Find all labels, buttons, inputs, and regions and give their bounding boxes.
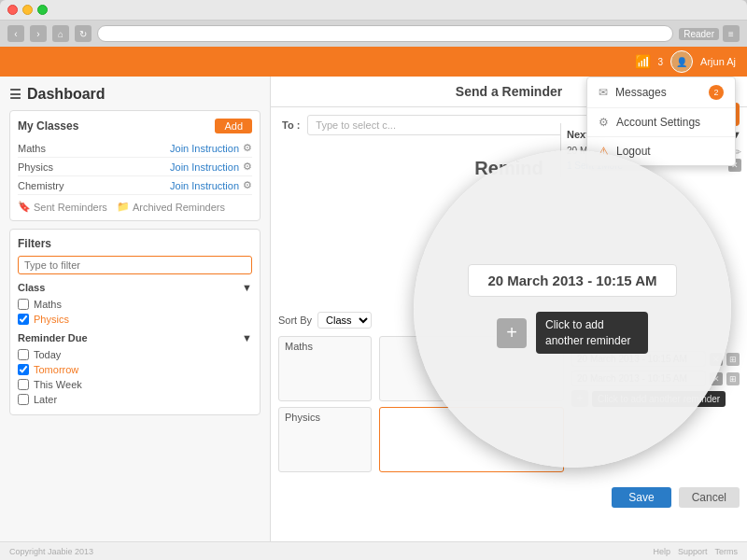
- browser-menu[interactable]: ≡: [723, 25, 740, 42]
- support-link[interactable]: Support: [678, 547, 708, 556]
- top-nav-right: 📶 3 👤 Arjun Aj: [635, 50, 736, 73]
- list-item[interactable]: Tomorrow: [18, 362, 252, 377]
- terms-link[interactable]: Terms: [715, 547, 739, 556]
- message-icon: ✉: [599, 86, 608, 99]
- top-nav: 📶 3 👤 Arjun Aj: [0, 47, 747, 77]
- footer: Copyright Jaabie 2013 Help Support Terms: [0, 541, 747, 560]
- modal-add-reminder-button[interactable]: +: [497, 318, 527, 348]
- bookmark-icon: 🔖: [18, 201, 31, 213]
- address-bar[interactable]: [97, 25, 673, 42]
- gear-icon[interactable]: ⚙: [243, 161, 252, 173]
- maths-checkbox[interactable]: [18, 299, 29, 310]
- today-checkbox[interactable]: [18, 349, 29, 360]
- wifi-icon: 📶: [635, 54, 651, 69]
- list-item[interactable]: Physics: [18, 312, 252, 327]
- user-avatar[interactable]: 👤: [670, 50, 693, 73]
- hamburger-icon[interactable]: ☰: [9, 87, 21, 102]
- reader-button[interactable]: Reader: [679, 28, 719, 40]
- class-name: Chemistry: [18, 180, 64, 191]
- list-item[interactable]: Later: [18, 392, 252, 407]
- dropdown-messages[interactable]: ✉ Messages 2: [587, 77, 735, 108]
- filters-title: Filters: [18, 237, 252, 250]
- archived-reminders-link[interactable]: 📁 Archived Reminders: [117, 201, 225, 213]
- list-item[interactable]: Today: [18, 347, 252, 362]
- gear-icon[interactable]: ⚙: [243, 179, 252, 191]
- refresh-button[interactable]: ↻: [75, 25, 92, 42]
- my-classes-box: My Classes Add Maths Join Instruction ⚙ …: [9, 110, 261, 221]
- back-button[interactable]: ‹: [7, 25, 24, 42]
- forward-button[interactable]: ›: [30, 25, 47, 42]
- user-name: Arjun Aj: [700, 56, 736, 67]
- add-class-button[interactable]: Add: [215, 119, 252, 133]
- modal-add-row: + Click to add another reminder: [497, 312, 648, 355]
- message-badge: 2: [709, 85, 724, 100]
- my-classes-title: My Classes: [18, 119, 78, 133]
- tomorrow-checkbox[interactable]: [18, 364, 29, 375]
- main-area: ☰ Dashboard My Classes Add Maths Join In…: [0, 77, 747, 541]
- home-button[interactable]: ⌂: [52, 25, 69, 42]
- join-instruction-link[interactable]: Join Instruction: [170, 180, 239, 191]
- physics-checkbox[interactable]: [18, 314, 29, 325]
- chevron-down-icon[interactable]: ▼: [242, 332, 252, 343]
- content-area: Send a Reminder To : Type to select c...…: [271, 77, 747, 541]
- notification-count: 3: [658, 57, 664, 67]
- class-name: Physics: [18, 161, 53, 173]
- class-filter-header: Class ▼: [18, 282, 252, 293]
- class-name: Maths: [18, 143, 46, 154]
- sent-reminders-link[interactable]: 🔖 Sent Reminders: [18, 201, 107, 213]
- filters-box: Filters Class ▼ Maths Physics Reminder D…: [9, 229, 261, 415]
- table-row: Chemistry Join Instruction ⚙: [18, 176, 252, 195]
- sidebar: ☰ Dashboard My Classes Add Maths Join In…: [0, 77, 271, 541]
- footer-links: Help Support Terms: [653, 547, 738, 556]
- settings-gear-icon: ⚙: [599, 116, 609, 129]
- dropdown-menu: ✉ Messages 2 ⚙ Account Settings ⚠ Logout: [586, 77, 736, 166]
- filter-input[interactable]: [18, 256, 252, 274]
- minimize-button[interactable]: [22, 5, 33, 15]
- help-link[interactable]: Help: [653, 547, 670, 556]
- sidebar-title: ☰ Dashboard: [9, 86, 261, 103]
- modal-date-box: 20 March 2013 - 10:15 AM: [468, 264, 676, 297]
- join-instruction-link[interactable]: Join Instruction: [170, 161, 239, 173]
- list-item[interactable]: Maths: [18, 297, 252, 312]
- reminders-links: 🔖 Sent Reminders 📁 Archived Reminders: [18, 201, 252, 213]
- maximize-button[interactable]: [37, 5, 48, 15]
- gear-icon[interactable]: ⚙: [243, 142, 252, 154]
- close-button[interactable]: [7, 5, 18, 15]
- chevron-down-icon[interactable]: ▼: [242, 282, 252, 293]
- later-checkbox[interactable]: [18, 394, 29, 405]
- modal-add-reminder-tooltip: Click to add another reminder: [536, 312, 648, 355]
- list-item[interactable]: This Week: [18, 377, 252, 392]
- browser-bar: ‹ › ⌂ ↻ Reader ≡: [0, 21, 747, 47]
- window-chrome: [0, 0, 747, 21]
- dropdown-account-settings[interactable]: ⚙ Account Settings: [587, 108, 735, 137]
- copyright: Copyright Jaabie 2013: [9, 547, 93, 556]
- thisweek-checkbox[interactable]: [18, 379, 29, 390]
- join-instruction-link[interactable]: Join Instruction: [170, 143, 239, 154]
- table-row: Maths Join Instruction ⚙: [18, 139, 252, 158]
- modal-overlay: 20 March 2013 - 10:15 AM + Click to add …: [414, 150, 731, 468]
- reminder-due-header: Reminder Due ▼: [18, 332, 252, 343]
- table-row: Physics Join Instruction ⚙: [18, 158, 252, 176]
- archive-icon: 📁: [117, 201, 130, 213]
- my-classes-header: My Classes Add: [18, 119, 252, 133]
